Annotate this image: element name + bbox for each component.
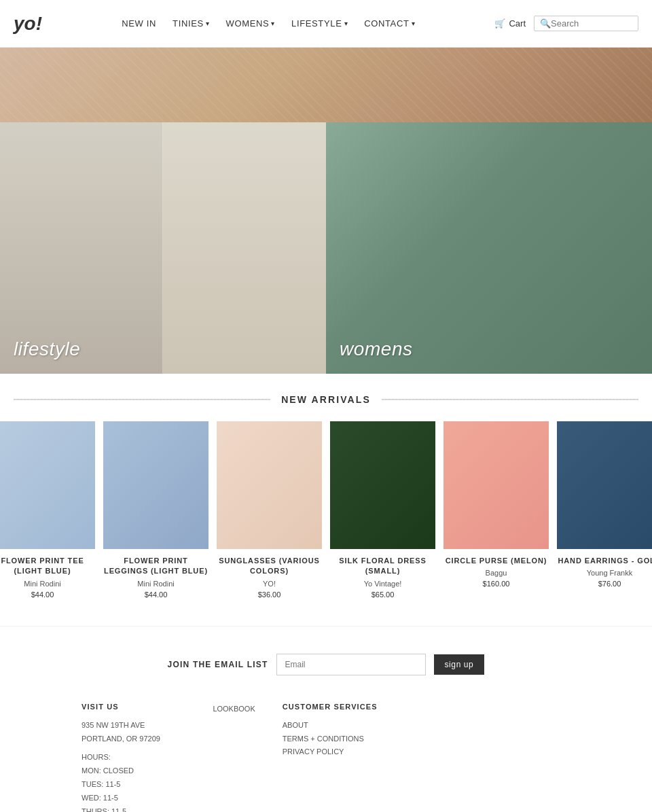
visit-us-col: VISIT US 935 NW 19TH AVE PORTLAND, OR 97… (82, 703, 185, 812)
womens-bg (326, 122, 652, 374)
lifestyle-bg (0, 122, 326, 374)
nav-item-womens[interactable]: WOMENS ▾ (226, 18, 276, 29)
product-price: $65.00 (330, 590, 435, 599)
category-section: lifestyle womens (0, 122, 652, 374)
search-box: 🔍 (534, 16, 638, 31)
hero-banner (0, 48, 652, 122)
product-image (330, 421, 435, 549)
product-price: $44.00 (0, 590, 95, 599)
hours-item: MON: CLOSED (82, 764, 185, 778)
product-brand: Mini Rodini (0, 580, 95, 588)
header-right: 🛒 Cart 🔍 (494, 16, 638, 31)
email-signup: JOIN THE EMAIL LIST sign up (14, 654, 638, 675)
product-card[interactable]: SUNGLASSES (VARIOUS COLORS)YO!$36.00 (217, 421, 322, 599)
womens-label: womens (340, 338, 413, 360)
womens-category[interactable]: womens (326, 122, 652, 374)
product-image (217, 421, 322, 549)
product-image (557, 421, 652, 549)
chevron-down-icon: ▾ (412, 20, 416, 27)
lifestyle-label: lifestyle (14, 338, 80, 360)
footer: JOIN THE EMAIL LIST sign up VISIT US 935… (0, 626, 652, 812)
logo[interactable]: yo! (14, 13, 42, 35)
product-card[interactable]: CIRCLE PURSE (MELON)Baggu$160.00 (443, 421, 549, 599)
cs-link[interactable]: PRIVACY POLICY (283, 745, 378, 759)
search-input[interactable] (551, 18, 632, 29)
product-price: $76.00 (557, 580, 652, 588)
hours-item: WED: 11-5 (82, 792, 185, 805)
product-card[interactable]: SILK FLORAL DRESS (SMALL)Yo Vintage!$65.… (330, 421, 435, 599)
lookbook-link[interactable]: LOOKBOOK (213, 703, 255, 716)
products-grid: FLOWER PRINT TEE (LIGHT BLUE)Mini Rodini… (14, 421, 638, 599)
hours-list: MON: CLOSEDTUES: 11-5WED: 11-5THURS: 11-… (82, 764, 185, 812)
hours-item: THURS: 11-5 (82, 805, 185, 812)
nav-item-tinies[interactable]: TINIES ▾ (173, 18, 209, 29)
nav-item-new-in[interactable]: NEW IN (122, 18, 156, 29)
header: yo! NEW INTINIES ▾WOMENS ▾LIFESTYLE ▾CON… (0, 0, 652, 48)
product-brand: YO! (217, 580, 322, 588)
chevron-down-icon: ▾ (206, 20, 210, 27)
product-brand: Baggu (443, 569, 549, 577)
customer-service-links: ABOUTTERMS + CONDITIONSPRIVACY POLICY (283, 719, 378, 759)
address-line1: 935 NW 19TH AVE (82, 719, 185, 732)
product-name: CIRCLE PURSE (MELON) (443, 556, 549, 566)
chevron-down-icon: ▾ (271, 20, 275, 27)
product-card[interactable]: FLOWER PRINT LEGGINGS (LIGHT BLUE)Mini R… (103, 421, 209, 599)
cs-link[interactable]: ABOUT (283, 719, 378, 732)
lookbook-col: LOOKBOOK (213, 703, 255, 812)
product-price: $36.00 (217, 590, 322, 599)
main-nav: NEW INTINIES ▾WOMENS ▾LIFESTYLE ▾CONTACT… (122, 18, 415, 29)
hours-item: TUES: 11-5 (82, 778, 185, 792)
product-name: HAND EARRINGS - GOLD (557, 556, 652, 566)
product-name: SILK FLORAL DRESS (SMALL) (330, 556, 435, 577)
chevron-down-icon: ▾ (344, 20, 348, 27)
nav-item-contact[interactable]: CONTACT ▾ (364, 18, 415, 29)
product-image (443, 421, 549, 549)
customer-services-col: CUSTOMER SERVICES ABOUTTERMS + CONDITION… (283, 703, 378, 812)
customer-services-heading: CUSTOMER SERVICES (283, 703, 378, 711)
shelf-left (0, 122, 163, 374)
footer-columns: VISIT US 935 NW 19TH AVE PORTLAND, OR 97… (14, 703, 638, 812)
address-line2: PORTLAND, OR 97209 (82, 732, 185, 746)
hours-label: HOURS: (82, 751, 185, 764)
product-image (0, 421, 95, 549)
visit-us-heading: VISIT US (82, 703, 185, 711)
shelf-right (163, 122, 326, 374)
cs-link[interactable]: TERMS + CONDITIONS (283, 732, 378, 746)
product-brand: Mini Rodini (103, 580, 209, 588)
product-image (103, 421, 209, 549)
product-name: SUNGLASSES (VARIOUS COLORS) (217, 556, 322, 577)
signup-button[interactable]: sign up (434, 654, 485, 675)
product-brand: Young Frankk (557, 569, 652, 577)
product-name: FLOWER PRINT LEGGINGS (LIGHT BLUE) (103, 556, 209, 577)
lifestyle-category[interactable]: lifestyle (0, 122, 326, 374)
new-arrivals-title: NEW ARRIVALS (14, 394, 638, 405)
cart-label: Cart (509, 18, 526, 29)
product-name: FLOWER PRINT TEE (LIGHT BLUE) (0, 556, 95, 577)
cart-link[interactable]: 🛒 Cart (494, 18, 526, 29)
email-signup-label: JOIN THE EMAIL LIST (168, 660, 268, 669)
cart-icon: 🛒 (494, 18, 505, 29)
product-price: $44.00 (103, 590, 209, 599)
product-card[interactable]: HAND EARRINGS - GOLDYoung Frankk$76.00 (557, 421, 652, 599)
new-arrivals-section: NEW ARRIVALS FLOWER PRINT TEE (LIGHT BLU… (0, 374, 652, 626)
product-brand: Yo Vintage! (330, 580, 435, 588)
nav-item-lifestyle[interactable]: LIFESTYLE ▾ (291, 18, 348, 29)
email-input[interactable] (276, 654, 426, 675)
search-icon: 🔍 (540, 18, 551, 29)
product-price: $160.00 (443, 580, 549, 588)
product-card[interactable]: FLOWER PRINT TEE (LIGHT BLUE)Mini Rodini… (0, 421, 95, 599)
